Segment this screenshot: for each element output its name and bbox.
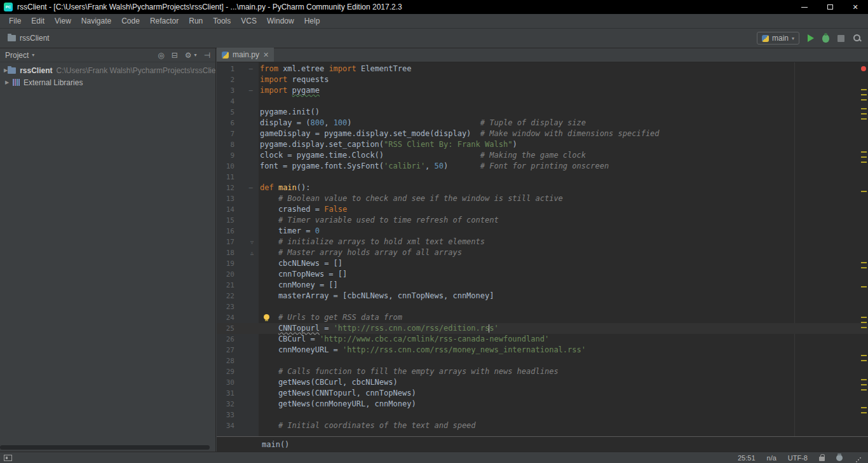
code-line-12[interactable]: 12−def main(): [217,183,868,193]
menu-navigate[interactable]: Navigate [76,14,116,29]
menu-window[interactable]: Window [262,14,299,29]
code-line-8[interactable]: 8pygame.display.set_caption("RSS Client … [217,139,868,150]
line-number[interactable]: 27 [217,345,234,356]
line-number[interactable]: 12 [217,183,234,193]
line-number[interactable]: 10 [217,161,234,172]
line-number[interactable]: 15 [217,215,234,226]
settings-gear-icon[interactable]: ⚙ [185,51,192,60]
project-horizontal-scrollbar[interactable] [0,445,210,450]
line-number[interactable]: 9 [217,150,234,161]
line-number[interactable]: 1 [217,64,234,74]
code-line-3[interactable]: 3−import pygame [217,85,868,96]
hide-panel-icon[interactable]: ⊣ [204,51,210,60]
run-configuration-selector[interactable]: main ▾ [757,32,799,45]
code-line-29[interactable]: 29 # Calls function to fill the empty ar… [217,366,868,377]
caret-position[interactable]: 25:51 [738,454,756,462]
debug-button[interactable] [822,34,829,43]
project-panel-title[interactable]: Project [5,51,29,60]
code-line-27[interactable]: 27 cnnMoneyURL = 'http://rss.cnn.com/rss… [217,345,868,356]
line-number[interactable]: 19 [217,258,234,269]
code-line-34[interactable]: 34 # Initial coordinates of the text and… [217,420,868,431]
code-line-23[interactable]: 23 [217,301,868,312]
run-button[interactable] [808,34,814,42]
line-number[interactable]: 30 [217,377,234,388]
code-line-13[interactable]: 13 # Boolean value to check and see if t… [217,193,868,204]
line-number[interactable]: 17 [217,237,234,247]
code-line-11[interactable]: 11 [217,172,868,183]
menu-file[interactable]: File [4,14,26,29]
warning-stripe-mark[interactable] [861,151,867,153]
warning-stripe-mark[interactable] [861,412,867,413]
code-line-28[interactable]: 28 [217,356,868,366]
line-number[interactable]: 13 [217,193,234,204]
line-number[interactable]: 14 [217,204,234,215]
maximize-button[interactable] [817,0,843,14]
warning-stripe-mark[interactable] [861,327,867,328]
warning-stripe-mark[interactable] [861,317,867,318]
collapse-all-icon[interactable]: ⊟ [172,51,178,60]
close-button[interactable]: ✕ [843,0,868,14]
line-number[interactable]: 29 [217,366,234,377]
navbar-project-name[interactable]: rssClient [20,34,50,43]
warning-stripe-mark[interactable] [861,286,867,287]
tab-close-icon[interactable]: ✕ [263,52,269,59]
line-number[interactable]: 21 [217,280,234,291]
warning-stripe-mark[interactable] [861,118,867,120]
line-number[interactable]: 6 [217,118,234,128]
code-line-26[interactable]: 26 CBCurl = 'http://www.cbc.ca/cmlink/rs… [217,334,868,345]
code-line-2[interactable]: 2import requests [217,74,868,85]
code-line-1[interactable]: 1−from xml.etree import ElementTree [217,64,868,74]
warning-stripe-mark[interactable] [861,108,867,109]
menu-help[interactable]: Help [299,14,325,29]
line-number[interactable]: 28 [217,356,234,366]
menu-tools[interactable]: Tools [208,14,236,29]
warning-stripe-mark[interactable] [861,355,867,356]
menu-vcs[interactable]: VCS [236,14,262,29]
code-line-5[interactable]: 5pygame.init() [217,107,868,118]
warning-stripe-mark[interactable] [861,379,867,380]
code-line-4[interactable]: 4 [217,96,868,107]
line-number[interactable]: 20 [217,269,234,280]
code-line-6[interactable]: 6display = (800, 100) # Tuple of display… [217,118,868,128]
line-number[interactable]: 23 [217,301,234,312]
code-line-9[interactable]: 9clock = pygame.time.Clock() # Making th… [217,150,868,161]
code-line-32[interactable]: 32 getNews(cnnMoneyURL, cnnMoney) [217,399,868,410]
line-number[interactable]: 31 [217,388,234,399]
fold-marker-icon[interactable]: − [234,85,259,96]
code-line-18[interactable]: 18▵ # Master array holds array of all ar… [217,247,868,258]
line-number[interactable]: 11 [217,172,234,183]
code-line-16[interactable]: 16 timer = 0 [217,226,868,237]
line-number[interactable]: 26 [217,334,234,345]
warning-stripe-mark[interactable] [861,360,867,361]
tab-main-py[interactable]: main.py ✕ [217,48,274,62]
code-line-15[interactable]: 15 # Timer variable used to time refresh… [217,215,868,226]
menu-edit[interactable]: Edit [26,14,50,29]
warning-stripe-mark[interactable] [861,162,867,163]
code-line-7[interactable]: 7gameDisplay = pygame.display.set_mode(d… [217,128,868,139]
warning-stripe-mark[interactable] [861,156,867,158]
warning-stripe-mark[interactable] [861,322,867,323]
line-number[interactable]: 34 [217,420,234,431]
toolwindow-switcher-icon[interactable] [4,455,12,461]
menu-code[interactable]: Code [116,14,145,29]
breadcrumb-scope[interactable]: main() [262,440,289,449]
tree-node-external-libraries[interactable]: ▶ External Libraries [0,76,215,88]
line-number[interactable]: 32 [217,399,234,410]
code-line-22[interactable]: 22 masterArray = [cbcNLNews, cnnTopNews,… [217,291,868,301]
code-line-33[interactable]: 33 [217,410,868,420]
line-number[interactable]: 3 [217,85,234,96]
warning-stripe-mark[interactable] [861,99,867,100]
menu-run[interactable]: Run [184,14,208,29]
warning-stripe-mark[interactable] [861,113,867,114]
line-number[interactable]: 16 [217,226,234,237]
warning-stripe-mark[interactable] [861,94,867,95]
line-number[interactable]: 8 [217,139,234,150]
warning-stripe-mark[interactable] [861,389,867,390]
intention-bulb-icon[interactable] [264,314,269,320]
lock-icon[interactable] [819,457,825,461]
line-number[interactable]: 4 [217,96,234,107]
navigation-bar[interactable]: rssClient [0,34,50,43]
code-line-19[interactable]: 19 cbcNLNews = [] [217,258,868,269]
code-editor[interactable]: 1−from xml.etree import ElementTree2impo… [217,62,868,436]
locate-icon[interactable]: ◎ [158,51,164,60]
